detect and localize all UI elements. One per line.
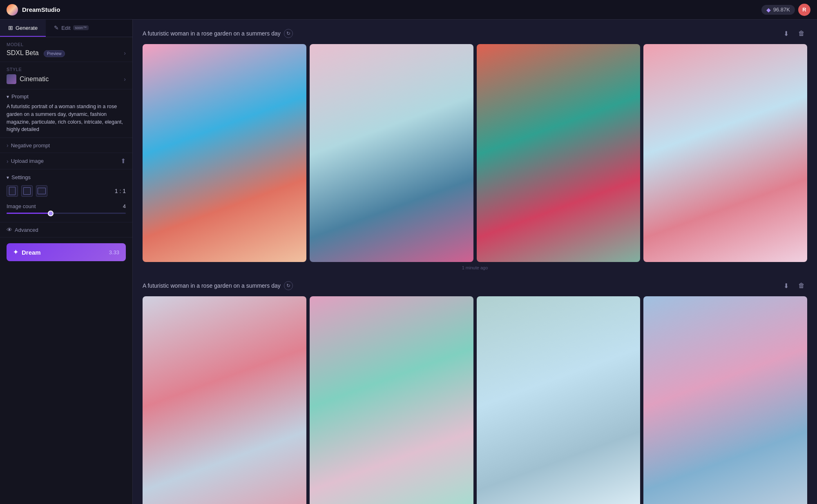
slider-fill [7, 213, 51, 214]
tab-edit-label: Edit [61, 25, 70, 31]
eye-icon: 👁 [7, 226, 12, 233]
settings-chevron-icon: ▾ [7, 175, 9, 180]
preview-badge: Preview [44, 50, 65, 57]
model-name: SDXL Beta [7, 49, 39, 56]
style-row[interactable]: Cinematic › [7, 74, 126, 84]
dream-label: Dream [22, 249, 41, 256]
negative-prompt-row[interactable]: › Negative prompt [0, 138, 132, 153]
model-label: Model [7, 42, 126, 47]
credits-badge[interactable]: ◆ 96.87K [761, 5, 795, 15]
dream-btn-left: ✦ Dream [13, 249, 41, 256]
square-icon [23, 187, 31, 195]
image-card-1-2[interactable] [310, 44, 473, 262]
sidebar: ⊞ Generate ✎ Edit soon™ Model SDXL Beta … [0, 20, 133, 504]
edit-icon: ✎ [54, 24, 59, 31]
image-count-label: Image count [7, 203, 36, 209]
dream-btn-container: ✦ Dream 3.33 [0, 238, 132, 267]
image-card-1-3[interactable] [477, 44, 641, 262]
aspect-square-button[interactable] [21, 185, 33, 197]
advanced-label: Advanced [15, 227, 38, 233]
dream-button[interactable]: ✦ Dream 3.33 [7, 243, 126, 261]
image-count-value: 4 [123, 203, 126, 209]
credits-value: 96.87K [773, 7, 790, 13]
prompt-chevron-icon: ▾ [7, 94, 9, 100]
gen-header-1: A futuristic woman in a rose garden on a… [143, 28, 807, 39]
settings-label: Settings [11, 174, 31, 180]
settings-header[interactable]: ▾ Settings [7, 174, 126, 180]
generation-group-2: A futuristic woman in a rose garden on a… [143, 280, 807, 504]
gen-header-2: A futuristic woman in a rose garden on a… [143, 280, 807, 291]
trash-button-1[interactable]: 🗑 [796, 28, 807, 39]
generation-group-1: A futuristic woman in a rose garden on a… [143, 28, 807, 270]
gen-prompt-text-1: A futuristic woman in a rose garden on a… [143, 30, 281, 37]
aspect-value: 1 : 1 [115, 188, 126, 194]
timestamp-1: 1 minute ago [462, 265, 488, 270]
gen-prompt-area-1: A futuristic woman in a rose garden on a… [143, 29, 293, 38]
upload-image-left: › Upload image [7, 158, 44, 164]
image-card-2-4[interactable] [643, 296, 807, 504]
upload-icon: ⬆ [121, 157, 126, 165]
style-chevron-icon: › [124, 76, 126, 82]
image-card-2-3[interactable] [477, 296, 641, 504]
aspect-icons [7, 185, 47, 197]
gen-actions-1: ⬇ 🗑 [780, 28, 807, 39]
prompt-text[interactable]: A futuristic portrait of a woman standin… [7, 103, 126, 133]
style-thumbnail [7, 74, 16, 84]
tab-edit[interactable]: ✎ Edit soon™ [46, 20, 97, 37]
style-label: Style [7, 67, 126, 72]
upload-chevron-icon: › [7, 158, 9, 164]
style-section: Style Cinematic › [0, 62, 132, 89]
image-card-2-1[interactable] [143, 296, 306, 504]
negative-prompt-left: › Negative prompt [7, 142, 50, 149]
image-card-2-2[interactable] [310, 296, 473, 504]
style-name: Cinematic [20, 75, 49, 83]
gen-footer-1: 1 minute ago [143, 265, 807, 270]
image-grid-2 [143, 296, 807, 504]
aspect-ratio-row: 1 : 1 [7, 185, 126, 197]
download-button-1[interactable]: ⬇ [780, 28, 792, 39]
model-name-area: SDXL Beta Preview [7, 49, 65, 57]
model-row[interactable]: SDXL Beta Preview › [7, 49, 126, 57]
user-avatar[interactable]: R [798, 4, 810, 16]
landscape-icon [38, 188, 46, 194]
upload-image-label: Upload image [11, 158, 44, 164]
slider-thumb[interactable] [48, 211, 54, 216]
style-left: Cinematic [7, 74, 49, 84]
portrait-icon [9, 187, 16, 195]
content-area: A futuristic woman in a rose garden on a… [133, 20, 817, 504]
negative-prompt-chevron-icon: › [7, 142, 9, 149]
tab-generate-label: Generate [16, 25, 38, 31]
download-button-2[interactable]: ⬇ [780, 280, 792, 291]
slider-track[interactable] [7, 213, 126, 214]
advanced-row[interactable]: 👁 Advanced [0, 222, 132, 238]
slider-header: Image count 4 [7, 203, 126, 209]
aspect-portrait-button[interactable] [7, 185, 18, 197]
settings-section: ▾ Settings 1 : 1 [0, 169, 132, 222]
logo-icon [7, 4, 18, 16]
negative-prompt-label: Negative prompt [11, 142, 50, 149]
dream-cost: 3.33 [109, 249, 119, 255]
prompt-section: ▾ Prompt A futuristic portrait of a woma… [0, 89, 132, 138]
image-grid-1 [143, 44, 807, 262]
app-title: DreamStudio [22, 6, 60, 13]
soon-badge: soon™ [73, 25, 89, 30]
dream-spinner-icon: ✦ [13, 249, 18, 256]
image-card-1-1[interactable] [143, 44, 306, 262]
gen-prompt-area-2: A futuristic woman in a rose garden on a… [143, 281, 293, 290]
image-count-slider: Image count 4 [7, 203, 126, 214]
refresh-button-2[interactable]: ↻ [284, 281, 293, 290]
trash-button-2[interactable]: 🗑 [796, 280, 807, 291]
topbar-left: DreamStudio [7, 4, 60, 16]
diamond-icon: ◆ [766, 7, 771, 13]
image-card-1-4[interactable] [643, 44, 807, 262]
aspect-landscape-button[interactable] [36, 185, 47, 197]
refresh-button-1[interactable]: ↻ [284, 29, 293, 38]
topbar-right: ◆ 96.87K R [761, 4, 810, 16]
main-layout: ⊞ Generate ✎ Edit soon™ Model SDXL Beta … [0, 20, 817, 504]
gen-actions-2: ⬇ 🗑 [780, 280, 807, 291]
tab-generate[interactable]: ⊞ Generate [0, 20, 46, 37]
prompt-header[interactable]: ▾ Prompt [7, 93, 126, 100]
upload-image-row[interactable]: › Upload image ⬆ [0, 153, 132, 169]
model-section: Model SDXL Beta Preview › [0, 37, 132, 62]
tab-bar: ⊞ Generate ✎ Edit soon™ [0, 20, 132, 37]
